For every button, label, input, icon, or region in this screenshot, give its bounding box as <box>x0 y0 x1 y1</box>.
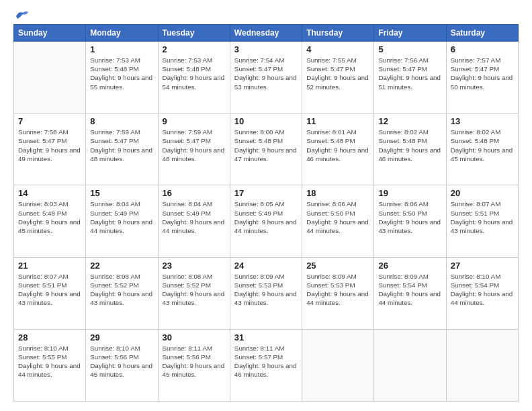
day-info: Sunrise: 7:54 AMSunset: 5:47 PMDaylight:… <box>234 56 298 91</box>
col-header-tuesday: Tuesday <box>158 25 230 42</box>
day-info: Sunrise: 7:59 AMSunset: 5:47 PMDaylight:… <box>90 128 153 163</box>
day-number: 21 <box>18 261 81 271</box>
day-info: Sunrise: 8:01 AMSunset: 5:48 PMDaylight:… <box>306 128 369 163</box>
calendar-cell: 8Sunrise: 7:59 AMSunset: 5:47 PMDaylight… <box>86 113 158 185</box>
calendar-cell: 26Sunrise: 8:09 AMSunset: 5:54 PMDayligh… <box>374 257 446 329</box>
calendar-cell: 13Sunrise: 8:02 AMSunset: 5:48 PMDayligh… <box>446 113 518 185</box>
day-info: Sunrise: 7:53 AMSunset: 5:48 PMDaylight:… <box>163 56 226 91</box>
day-info: Sunrise: 7:57 AMSunset: 5:47 PMDaylight:… <box>451 56 514 91</box>
day-number: 14 <box>18 188 81 198</box>
calendar-cell: 25Sunrise: 8:09 AMSunset: 5:53 PMDayligh… <box>302 257 374 329</box>
calendar-cell <box>446 329 518 401</box>
day-info: Sunrise: 8:06 AMSunset: 5:50 PMDaylight:… <box>306 199 369 235</box>
day-number: 16 <box>163 188 226 198</box>
calendar-cell: 24Sunrise: 8:09 AMSunset: 5:53 PMDayligh… <box>230 257 302 329</box>
day-info: Sunrise: 8:09 AMSunset: 5:54 PMDaylight:… <box>378 272 441 308</box>
calendar-cell: 10Sunrise: 8:00 AMSunset: 5:48 PMDayligh… <box>230 113 302 185</box>
calendar-cell: 15Sunrise: 8:04 AMSunset: 5:49 PMDayligh… <box>86 185 158 257</box>
day-info: Sunrise: 7:58 AMSunset: 5:47 PMDaylight:… <box>18 128 81 163</box>
day-info: Sunrise: 8:04 AMSunset: 5:49 PMDaylight:… <box>90 199 153 235</box>
day-info: Sunrise: 8:02 AMSunset: 5:48 PMDaylight:… <box>378 128 441 163</box>
day-number: 23 <box>163 261 226 271</box>
calendar-cell: 23Sunrise: 8:08 AMSunset: 5:52 PMDayligh… <box>158 257 230 329</box>
day-number: 19 <box>378 188 441 198</box>
day-info: Sunrise: 8:11 AMSunset: 5:56 PMDaylight:… <box>163 344 226 379</box>
day-number: 28 <box>18 332 81 342</box>
calendar-cell <box>374 329 446 401</box>
calendar-cell <box>14 42 86 113</box>
day-number: 30 <box>163 332 226 342</box>
calendar-cell: 7Sunrise: 7:58 AMSunset: 5:47 PMDaylight… <box>14 113 86 185</box>
calendar-cell <box>302 329 374 401</box>
calendar-cell: 16Sunrise: 8:04 AMSunset: 5:49 PMDayligh… <box>158 185 230 257</box>
col-header-friday: Friday <box>374 25 446 42</box>
logo-block <box>13 12 30 19</box>
day-number: 3 <box>234 44 298 54</box>
day-info: Sunrise: 8:08 AMSunset: 5:52 PMDaylight:… <box>163 272 226 308</box>
calendar-cell: 17Sunrise: 8:05 AMSunset: 5:49 PMDayligh… <box>230 185 302 257</box>
calendar-cell: 14Sunrise: 8:03 AMSunset: 5:48 PMDayligh… <box>14 185 86 257</box>
day-info: Sunrise: 8:08 AMSunset: 5:52 PMDaylight:… <box>90 272 153 308</box>
calendar-table: SundayMondayTuesdayWednesdayThursdayFrid… <box>13 24 519 402</box>
day-info: Sunrise: 8:09 AMSunset: 5:53 PMDaylight:… <box>234 272 298 308</box>
calendar-cell: 21Sunrise: 8:07 AMSunset: 5:51 PMDayligh… <box>14 257 86 329</box>
day-number: 4 <box>306 44 369 54</box>
day-info: Sunrise: 8:11 AMSunset: 5:57 PMDaylight:… <box>234 344 298 379</box>
calendar-cell: 2Sunrise: 7:53 AMSunset: 5:48 PMDaylight… <box>158 42 230 113</box>
day-number: 1 <box>90 44 153 54</box>
day-info: Sunrise: 8:00 AMSunset: 5:48 PMDaylight:… <box>234 128 298 163</box>
day-info: Sunrise: 8:03 AMSunset: 5:48 PMDaylight:… <box>18 199 81 235</box>
col-header-wednesday: Wednesday <box>230 25 302 42</box>
day-number: 9 <box>163 116 226 126</box>
day-number: 27 <box>451 261 514 271</box>
day-number: 13 <box>451 116 514 126</box>
calendar-cell: 3Sunrise: 7:54 AMSunset: 5:47 PMDaylight… <box>230 42 302 113</box>
col-header-thursday: Thursday <box>302 25 374 42</box>
calendar-cell: 29Sunrise: 8:10 AMSunset: 5:56 PMDayligh… <box>86 329 158 401</box>
logo-bird-icon <box>15 9 30 21</box>
day-number: 8 <box>90 116 153 126</box>
day-number: 17 <box>234 188 298 198</box>
calendar-cell: 11Sunrise: 8:01 AMSunset: 5:48 PMDayligh… <box>302 113 374 185</box>
calendar-cell: 22Sunrise: 8:08 AMSunset: 5:52 PMDayligh… <box>86 257 158 329</box>
calendar-cell: 4Sunrise: 7:55 AMSunset: 5:47 PMDaylight… <box>302 42 374 113</box>
calendar-week-row: 7Sunrise: 7:58 AMSunset: 5:47 PMDaylight… <box>14 113 519 185</box>
day-info: Sunrise: 7:55 AMSunset: 5:47 PMDaylight:… <box>306 56 369 91</box>
day-info: Sunrise: 8:02 AMSunset: 5:48 PMDaylight:… <box>451 128 514 163</box>
calendar-cell: 18Sunrise: 8:06 AMSunset: 5:50 PMDayligh… <box>302 185 374 257</box>
day-number: 29 <box>90 332 153 342</box>
calendar-cell: 27Sunrise: 8:10 AMSunset: 5:54 PMDayligh… <box>446 257 518 329</box>
calendar-cell: 20Sunrise: 8:07 AMSunset: 5:51 PMDayligh… <box>446 185 518 257</box>
calendar-cell: 1Sunrise: 7:53 AMSunset: 5:48 PMDaylight… <box>86 42 158 113</box>
day-info: Sunrise: 8:07 AMSunset: 5:51 PMDaylight:… <box>451 199 514 235</box>
day-info: Sunrise: 7:53 AMSunset: 5:48 PMDaylight:… <box>90 56 153 91</box>
day-number: 26 <box>378 261 441 271</box>
day-number: 5 <box>378 44 441 54</box>
day-number: 24 <box>234 261 298 271</box>
day-info: Sunrise: 8:10 AMSunset: 5:56 PMDaylight:… <box>90 344 153 379</box>
col-header-monday: Monday <box>86 25 158 42</box>
calendar-page: SundayMondayTuesdayWednesdayThursdayFrid… <box>0 0 532 411</box>
day-number: 20 <box>451 188 514 198</box>
day-info: Sunrise: 7:59 AMSunset: 5:47 PMDaylight:… <box>163 128 226 163</box>
calendar-week-row: 14Sunrise: 8:03 AMSunset: 5:48 PMDayligh… <box>14 185 519 257</box>
day-number: 18 <box>306 188 369 198</box>
calendar-header-row: SundayMondayTuesdayWednesdayThursdayFrid… <box>14 25 519 42</box>
day-number: 15 <box>90 188 153 198</box>
day-number: 12 <box>378 116 441 126</box>
day-number: 7 <box>18 116 81 126</box>
day-number: 22 <box>90 261 153 271</box>
day-info: Sunrise: 8:05 AMSunset: 5:49 PMDaylight:… <box>234 199 298 235</box>
day-info: Sunrise: 8:07 AMSunset: 5:51 PMDaylight:… <box>18 272 81 308</box>
col-header-saturday: Saturday <box>446 25 518 42</box>
calendar-cell: 9Sunrise: 7:59 AMSunset: 5:47 PMDaylight… <box>158 113 230 185</box>
calendar-week-row: 1Sunrise: 7:53 AMSunset: 5:48 PMDaylight… <box>14 42 519 113</box>
day-number: 11 <box>306 116 369 126</box>
day-number: 31 <box>234 332 298 342</box>
calendar-cell: 6Sunrise: 7:57 AMSunset: 5:47 PMDaylight… <box>446 42 518 113</box>
day-info: Sunrise: 8:04 AMSunset: 5:49 PMDaylight:… <box>163 199 226 235</box>
header <box>13 12 519 19</box>
calendar-cell: 31Sunrise: 8:11 AMSunset: 5:57 PMDayligh… <box>230 329 302 401</box>
day-number: 6 <box>451 44 514 54</box>
calendar-week-row: 28Sunrise: 8:10 AMSunset: 5:55 PMDayligh… <box>14 329 519 401</box>
